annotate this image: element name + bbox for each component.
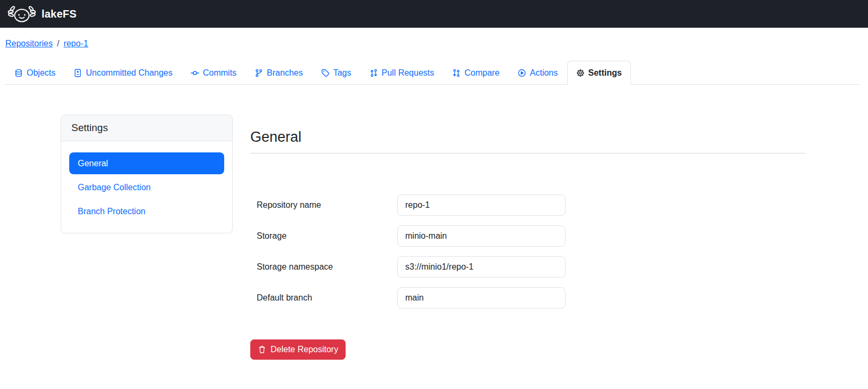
play-circle-icon (518, 69, 526, 77)
tab-tags[interactable]: Tags (312, 61, 361, 84)
repository-name-label: Repository name (250, 200, 397, 210)
page-title: General (250, 128, 805, 145)
sidebar-item-branch-protection[interactable]: Branch Protection (69, 200, 224, 222)
breadcrumb-repositories-link[interactable]: Repositories (5, 39, 53, 48)
breadcrumb: Repositories / repo-1 (5, 39, 863, 48)
tag-icon (321, 69, 330, 77)
form-row-repository-name: Repository name (250, 194, 805, 216)
tab-branches[interactable]: Branches (245, 61, 312, 84)
database-icon (14, 69, 23, 77)
sidebar-item-general[interactable]: General (69, 152, 224, 174)
tab-actions[interactable]: Actions (509, 61, 567, 84)
breadcrumb-separator: / (53, 39, 63, 48)
brand-title: lakeFS (42, 8, 77, 20)
settings-page: Settings General Garbage Collection Bran… (61, 115, 859, 360)
tab-label: Commits (203, 67, 236, 78)
tab-pull-requests[interactable]: Pull Requests (361, 61, 444, 84)
sidebar-title: Settings (61, 115, 232, 141)
form-row-default-branch: Default branch (250, 287, 805, 309)
breadcrumb-repo-link[interactable]: repo-1 (63, 39, 88, 48)
git-commit-icon (191, 69, 199, 77)
trash-icon (258, 345, 266, 354)
tab-objects[interactable]: Objects (5, 61, 64, 84)
form-row-storage: Storage (250, 225, 805, 247)
tab-label: Pull Requests (382, 67, 435, 78)
tab-label: Uncommitted Changes (86, 67, 173, 78)
repository-settings-form: Repository name Storage Storage namespac… (250, 194, 805, 309)
pull-request-icon (370, 69, 378, 77)
file-diff-icon (73, 69, 82, 77)
repo-tabbar: Objects Uncommitted Changes Commits (5, 61, 859, 85)
tab-uncommitted-changes[interactable]: Uncommitted Changes (64, 61, 182, 84)
form-row-storage-namespace: Storage namespace (250, 256, 805, 278)
tab-commits[interactable]: Commits (182, 61, 245, 84)
axolotl-logo-icon (7, 4, 36, 24)
sidebar-item-garbage-collection[interactable]: Garbage Collection (69, 176, 224, 198)
general-settings-panel: General Repository name Storage Storage … (250, 115, 805, 360)
lakefs-brand[interactable]: lakeFS (7, 4, 77, 24)
default-branch-label: Default branch (250, 293, 397, 303)
delete-repository-label: Delete Repository (271, 345, 338, 354)
tab-settings[interactable]: Settings (567, 61, 631, 85)
tab-label: Compare (464, 67, 499, 78)
storage-field[interactable] (397, 225, 566, 247)
git-compare-icon (452, 69, 461, 77)
tab-label: Tags (333, 67, 351, 78)
storage-namespace-label: Storage namespace (250, 262, 397, 272)
tab-label: Objects (27, 67, 55, 78)
tab-compare[interactable]: Compare (443, 61, 509, 84)
tab-label: Branches (267, 67, 303, 78)
delete-repository-button[interactable]: Delete Repository (250, 339, 346, 360)
gear-icon (576, 69, 585, 77)
storage-label: Storage (250, 231, 397, 241)
git-branch-icon (255, 69, 263, 77)
top-navbar: lakeFS (0, 0, 868, 28)
repository-name-field[interactable] (397, 194, 566, 216)
tab-label: Settings (588, 67, 622, 78)
tab-label: Actions (530, 67, 558, 78)
title-divider (250, 153, 805, 153)
default-branch-field[interactable] (397, 287, 566, 309)
sidebar-nav: General Garbage Collection Branch Protec… (61, 141, 232, 233)
storage-namespace-field[interactable] (397, 256, 566, 278)
settings-sidebar-card: Settings General Garbage Collection Bran… (61, 115, 233, 233)
